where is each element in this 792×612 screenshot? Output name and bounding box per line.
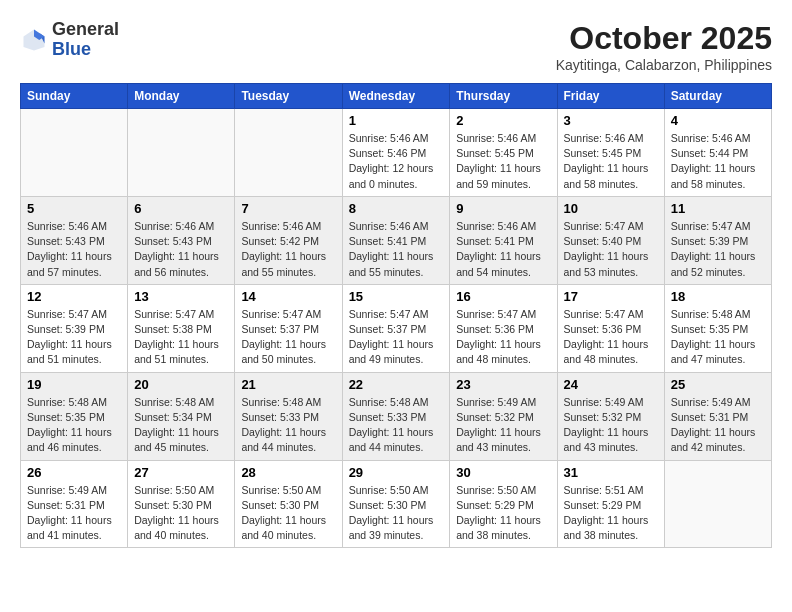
calendar-cell: 30Sunrise: 5:50 AM Sunset: 5:29 PM Dayli…: [450, 460, 557, 548]
day-number: 8: [349, 201, 444, 216]
day-number: 31: [564, 465, 658, 480]
logo-blue-text: Blue: [52, 39, 91, 59]
calendar-week-3: 12Sunrise: 5:47 AM Sunset: 5:39 PM Dayli…: [21, 284, 772, 372]
day-number: 18: [671, 289, 765, 304]
calendar-week-2: 5Sunrise: 5:46 AM Sunset: 5:43 PM Daylig…: [21, 196, 772, 284]
calendar-week-5: 26Sunrise: 5:49 AM Sunset: 5:31 PM Dayli…: [21, 460, 772, 548]
calendar-cell: 24Sunrise: 5:49 AM Sunset: 5:32 PM Dayli…: [557, 372, 664, 460]
day-number: 6: [134, 201, 228, 216]
weekday-header-sunday: Sunday: [21, 84, 128, 109]
calendar-cell: 27Sunrise: 5:50 AM Sunset: 5:30 PM Dayli…: [128, 460, 235, 548]
day-number: 12: [27, 289, 121, 304]
weekday-header-row: SundayMondayTuesdayWednesdayThursdayFrid…: [21, 84, 772, 109]
calendar-cell: 10Sunrise: 5:47 AM Sunset: 5:40 PM Dayli…: [557, 196, 664, 284]
calendar-cell: 22Sunrise: 5:48 AM Sunset: 5:33 PM Dayli…: [342, 372, 450, 460]
calendar-table: SundayMondayTuesdayWednesdayThursdayFrid…: [20, 83, 772, 548]
day-number: 23: [456, 377, 550, 392]
logo-icon: [20, 26, 48, 54]
day-info: Sunrise: 5:48 AM Sunset: 5:34 PM Dayligh…: [134, 395, 228, 456]
day-info: Sunrise: 5:47 AM Sunset: 5:39 PM Dayligh…: [671, 219, 765, 280]
calendar-cell: 29Sunrise: 5:50 AM Sunset: 5:30 PM Dayli…: [342, 460, 450, 548]
day-number: 9: [456, 201, 550, 216]
day-number: 25: [671, 377, 765, 392]
day-number: 1: [349, 113, 444, 128]
calendar-cell: 14Sunrise: 5:47 AM Sunset: 5:37 PM Dayli…: [235, 284, 342, 372]
calendar-cell: 1Sunrise: 5:46 AM Sunset: 5:46 PM Daylig…: [342, 109, 450, 197]
day-info: Sunrise: 5:49 AM Sunset: 5:32 PM Dayligh…: [456, 395, 550, 456]
calendar-cell: 26Sunrise: 5:49 AM Sunset: 5:31 PM Dayli…: [21, 460, 128, 548]
calendar-cell: 8Sunrise: 5:46 AM Sunset: 5:41 PM Daylig…: [342, 196, 450, 284]
calendar-cell: 19Sunrise: 5:48 AM Sunset: 5:35 PM Dayli…: [21, 372, 128, 460]
calendar-cell: 25Sunrise: 5:49 AM Sunset: 5:31 PM Dayli…: [664, 372, 771, 460]
calendar-cell: 15Sunrise: 5:47 AM Sunset: 5:37 PM Dayli…: [342, 284, 450, 372]
location-text: Kaytitinga, Calabarzon, Philippines: [556, 57, 772, 73]
day-info: Sunrise: 5:48 AM Sunset: 5:33 PM Dayligh…: [241, 395, 335, 456]
calendar-cell: 4Sunrise: 5:46 AM Sunset: 5:44 PM Daylig…: [664, 109, 771, 197]
day-number: 24: [564, 377, 658, 392]
calendar-cell: 5Sunrise: 5:46 AM Sunset: 5:43 PM Daylig…: [21, 196, 128, 284]
day-number: 29: [349, 465, 444, 480]
day-info: Sunrise: 5:47 AM Sunset: 5:37 PM Dayligh…: [241, 307, 335, 368]
calendar-cell: 7Sunrise: 5:46 AM Sunset: 5:42 PM Daylig…: [235, 196, 342, 284]
day-number: 13: [134, 289, 228, 304]
day-info: Sunrise: 5:50 AM Sunset: 5:30 PM Dayligh…: [134, 483, 228, 544]
day-number: 5: [27, 201, 121, 216]
day-info: Sunrise: 5:46 AM Sunset: 5:45 PM Dayligh…: [456, 131, 550, 192]
logo: General Blue: [20, 20, 119, 60]
day-number: 28: [241, 465, 335, 480]
calendar-cell: 3Sunrise: 5:46 AM Sunset: 5:45 PM Daylig…: [557, 109, 664, 197]
calendar-cell: [128, 109, 235, 197]
day-info: Sunrise: 5:46 AM Sunset: 5:41 PM Dayligh…: [349, 219, 444, 280]
day-number: 30: [456, 465, 550, 480]
calendar-cell: 28Sunrise: 5:50 AM Sunset: 5:30 PM Dayli…: [235, 460, 342, 548]
day-info: Sunrise: 5:47 AM Sunset: 5:37 PM Dayligh…: [349, 307, 444, 368]
day-info: Sunrise: 5:50 AM Sunset: 5:30 PM Dayligh…: [241, 483, 335, 544]
calendar-cell: 23Sunrise: 5:49 AM Sunset: 5:32 PM Dayli…: [450, 372, 557, 460]
day-number: 3: [564, 113, 658, 128]
day-info: Sunrise: 5:51 AM Sunset: 5:29 PM Dayligh…: [564, 483, 658, 544]
page-header: General Blue October 2025 Kaytitinga, Ca…: [20, 20, 772, 73]
calendar-cell: 31Sunrise: 5:51 AM Sunset: 5:29 PM Dayli…: [557, 460, 664, 548]
day-info: Sunrise: 5:48 AM Sunset: 5:33 PM Dayligh…: [349, 395, 444, 456]
day-number: 14: [241, 289, 335, 304]
calendar-cell: 16Sunrise: 5:47 AM Sunset: 5:36 PM Dayli…: [450, 284, 557, 372]
day-info: Sunrise: 5:49 AM Sunset: 5:32 PM Dayligh…: [564, 395, 658, 456]
day-number: 15: [349, 289, 444, 304]
day-info: Sunrise: 5:50 AM Sunset: 5:30 PM Dayligh…: [349, 483, 444, 544]
day-number: 27: [134, 465, 228, 480]
day-number: 26: [27, 465, 121, 480]
day-number: 4: [671, 113, 765, 128]
day-number: 10: [564, 201, 658, 216]
calendar-cell: 6Sunrise: 5:46 AM Sunset: 5:43 PM Daylig…: [128, 196, 235, 284]
day-info: Sunrise: 5:49 AM Sunset: 5:31 PM Dayligh…: [27, 483, 121, 544]
day-number: 7: [241, 201, 335, 216]
calendar-cell: [664, 460, 771, 548]
day-info: Sunrise: 5:47 AM Sunset: 5:39 PM Dayligh…: [27, 307, 121, 368]
weekday-header-friday: Friday: [557, 84, 664, 109]
day-info: Sunrise: 5:46 AM Sunset: 5:46 PM Dayligh…: [349, 131, 444, 192]
day-number: 17: [564, 289, 658, 304]
day-number: 16: [456, 289, 550, 304]
calendar-week-4: 19Sunrise: 5:48 AM Sunset: 5:35 PM Dayli…: [21, 372, 772, 460]
day-info: Sunrise: 5:46 AM Sunset: 5:43 PM Dayligh…: [27, 219, 121, 280]
calendar-cell: 17Sunrise: 5:47 AM Sunset: 5:36 PM Dayli…: [557, 284, 664, 372]
logo-general-text: General: [52, 19, 119, 39]
day-info: Sunrise: 5:50 AM Sunset: 5:29 PM Dayligh…: [456, 483, 550, 544]
calendar-cell: 9Sunrise: 5:46 AM Sunset: 5:41 PM Daylig…: [450, 196, 557, 284]
calendar-cell: 21Sunrise: 5:48 AM Sunset: 5:33 PM Dayli…: [235, 372, 342, 460]
day-number: 2: [456, 113, 550, 128]
calendar-cell: 13Sunrise: 5:47 AM Sunset: 5:38 PM Dayli…: [128, 284, 235, 372]
day-number: 11: [671, 201, 765, 216]
day-info: Sunrise: 5:46 AM Sunset: 5:41 PM Dayligh…: [456, 219, 550, 280]
day-number: 22: [349, 377, 444, 392]
day-info: Sunrise: 5:47 AM Sunset: 5:36 PM Dayligh…: [456, 307, 550, 368]
weekday-header-saturday: Saturday: [664, 84, 771, 109]
calendar-cell: 20Sunrise: 5:48 AM Sunset: 5:34 PM Dayli…: [128, 372, 235, 460]
day-info: Sunrise: 5:47 AM Sunset: 5:40 PM Dayligh…: [564, 219, 658, 280]
weekday-header-thursday: Thursday: [450, 84, 557, 109]
day-info: Sunrise: 5:46 AM Sunset: 5:45 PM Dayligh…: [564, 131, 658, 192]
calendar-cell: 18Sunrise: 5:48 AM Sunset: 5:35 PM Dayli…: [664, 284, 771, 372]
calendar-cell: 11Sunrise: 5:47 AM Sunset: 5:39 PM Dayli…: [664, 196, 771, 284]
weekday-header-monday: Monday: [128, 84, 235, 109]
day-info: Sunrise: 5:48 AM Sunset: 5:35 PM Dayligh…: [27, 395, 121, 456]
